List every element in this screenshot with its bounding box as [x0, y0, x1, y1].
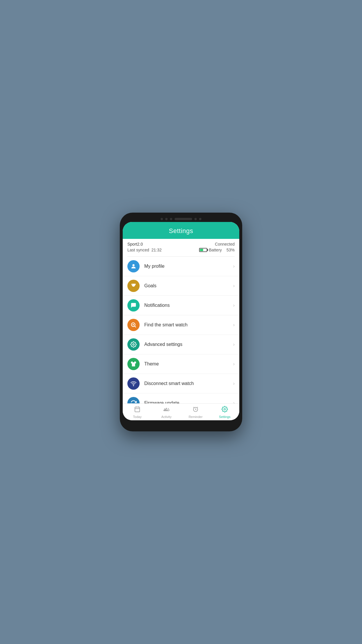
- menu-label-disconnect-smartwatch: Disconnect smart watch: [144, 381, 233, 386]
- svg-point-3: [134, 305, 135, 305]
- chevron-icon-notifications: ›: [233, 303, 235, 308]
- device-row-2: Last synced 21:32 Battery 53%: [127, 248, 235, 255]
- wifi-icon: [127, 377, 140, 390]
- menu-item-my-profile[interactable]: My profile ›: [123, 257, 239, 276]
- bottom-nav: Today Activity Reminder Settings: [123, 403, 239, 420]
- nav-label-reminder: Reminder: [189, 415, 203, 419]
- chevron-icon-goals: ›: [233, 283, 235, 288]
- menu-label-find-smartwatch: Find the smart watch: [144, 322, 233, 328]
- trophy-icon: [127, 280, 140, 292]
- menu-item-theme[interactable]: Theme ›: [123, 354, 239, 374]
- gear-nav-icon: [222, 406, 228, 414]
- speaker-grille: [175, 218, 192, 220]
- menu-label-goals: Goals: [144, 283, 233, 288]
- nav-label-activity: Activity: [161, 415, 172, 419]
- search-icon: [127, 319, 140, 331]
- menu-item-advanced-settings[interactable]: Advanced settings ›: [123, 335, 239, 354]
- device-row-1: Sport2.0 Connected: [127, 242, 235, 246]
- calendar-nav-icon: [134, 406, 140, 414]
- nav-label-settings: Settings: [219, 415, 231, 419]
- svg-point-15: [224, 408, 226, 410]
- svg-point-0: [132, 264, 134, 266]
- tshirt-icon: [127, 358, 140, 370]
- app-header: Settings: [123, 222, 239, 239]
- battery-percent: 53%: [226, 248, 235, 252]
- battery-icon: [199, 248, 207, 252]
- device-name: Sport2.0: [127, 242, 143, 246]
- chevron-icon-advanced-settings: ›: [233, 342, 235, 347]
- shoe-nav-icon: [163, 406, 170, 414]
- svg-point-9: [133, 385, 134, 386]
- nav-item-today[interactable]: Today: [129, 406, 146, 419]
- phone-shell: Settings Sport2.0 Connected Last synced …: [120, 213, 242, 431]
- nav-item-activity[interactable]: Activity: [158, 406, 175, 419]
- menu-item-firmware-update[interactable]: Firmware update ›: [123, 393, 239, 403]
- refresh-icon: [127, 397, 140, 403]
- device-info-section: Sport2.0 Connected Last synced 21:32 Bat…: [123, 239, 239, 256]
- menu-item-disconnect-smartwatch[interactable]: Disconnect smart watch ›: [123, 374, 239, 393]
- profile-icon: [127, 260, 140, 272]
- phone-top-bar: [123, 216, 239, 222]
- chevron-icon-firmware-update: ›: [233, 400, 235, 403]
- nav-item-settings[interactable]: Settings: [216, 406, 233, 419]
- chevron-icon-disconnect-smartwatch: ›: [233, 381, 235, 386]
- nav-label-today: Today: [133, 415, 141, 419]
- battery-info: Battery 53%: [199, 248, 235, 252]
- camera-dot-mid: [165, 218, 168, 220]
- menu-label-advanced-settings: Advanced settings: [144, 342, 233, 347]
- svg-line-5: [135, 326, 136, 327]
- menu-label-my-profile: My profile: [144, 264, 233, 269]
- battery-fill: [200, 249, 203, 251]
- menu-item-find-smartwatch[interactable]: Find the smart watch ›: [123, 315, 239, 335]
- camera-dot-mid2: [170, 218, 172, 220]
- menu-item-notifications[interactable]: Notifications ›: [123, 296, 239, 315]
- menu-label-theme: Theme: [144, 361, 233, 367]
- gear-icon: [127, 338, 140, 351]
- chevron-icon-theme: ›: [233, 361, 235, 367]
- menu-label-notifications: Notifications: [144, 303, 233, 308]
- svg-rect-10: [135, 407, 140, 412]
- menu-list: My profile › Goals › Notifications › Fin…: [123, 257, 239, 403]
- page-title: Settings: [169, 227, 193, 235]
- camera-dot-left: [161, 218, 163, 220]
- menu-item-goals[interactable]: Goals ›: [123, 276, 239, 296]
- device-status: Connected: [215, 242, 235, 246]
- chevron-icon-my-profile: ›: [233, 264, 235, 269]
- camera-dot-right: [194, 218, 197, 220]
- camera-dot-right2: [199, 218, 201, 220]
- menu-label-firmware-update: Firmware update: [144, 400, 233, 403]
- chat-icon: [127, 299, 140, 312]
- nav-item-reminder[interactable]: Reminder: [187, 406, 204, 419]
- phone-screen: Settings Sport2.0 Connected Last synced …: [123, 222, 239, 420]
- chevron-icon-find-smartwatch: ›: [233, 322, 235, 328]
- svg-point-8: [133, 344, 134, 345]
- svg-point-2: [133, 305, 134, 305]
- alarm-nav-icon: [192, 406, 199, 414]
- last-synced-text: Last synced 21:32: [127, 248, 162, 252]
- battery-label: Battery: [209, 248, 222, 252]
- svg-point-1: [132, 305, 133, 305]
